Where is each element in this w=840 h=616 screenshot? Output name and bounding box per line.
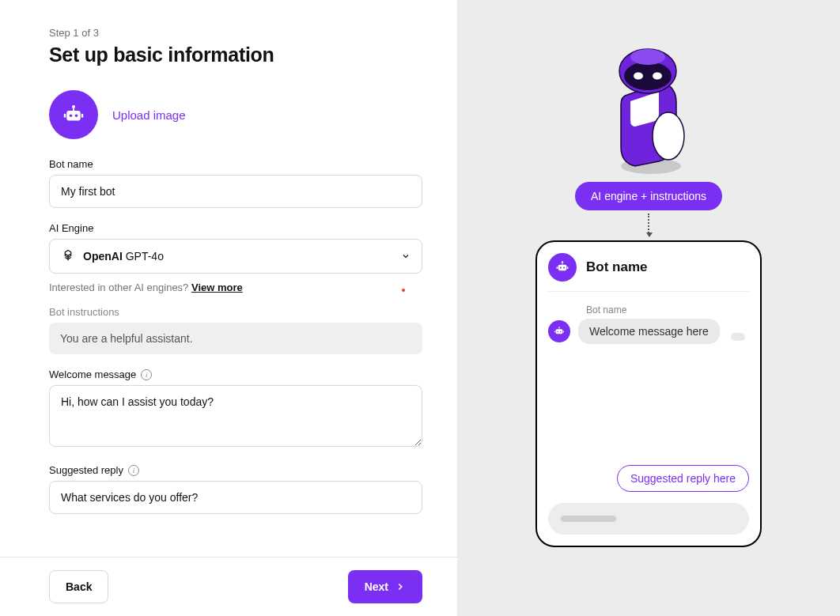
svg-rect-26 [554,331,555,332]
ai-engine-model: GPT-4o [126,250,164,263]
info-icon[interactable]: i [128,465,139,476]
welcome-label: Welcome message [49,368,136,380]
next-button[interactable]: Next [348,570,422,603]
svg-point-22 [558,331,558,332]
engine-hint: Interested in other AI engines? View mor… [49,282,422,293]
bubble-tail [731,333,745,341]
svg-point-13 [630,49,665,65]
preview-input-bar [548,503,749,535]
svg-point-10 [624,62,672,90]
preview-card: Bot name Bot name Welcome message here S… [535,240,762,547]
page-title: Set up basic information [49,43,422,66]
robot-illustration [597,40,700,174]
instructions-label: Bot instructions [49,306,422,318]
svg-rect-17 [557,266,558,269]
notification-dot [402,289,405,292]
chevron-down-icon [401,251,411,261]
input-placeholder-bar [561,516,616,522]
svg-rect-3 [64,114,66,118]
view-more-link[interactable]: View more [191,282,243,293]
preview-mini-avatar [548,320,570,342]
preview-sender-label: Bot name [586,304,749,316]
robot-icon [62,103,85,127]
svg-point-5 [70,115,73,118]
suggested-input[interactable] [49,481,422,514]
suggested-label-row: Suggested reply i [49,464,422,476]
svg-point-14 [562,261,563,263]
svg-rect-25 [559,327,560,329]
svg-point-23 [560,331,561,332]
svg-rect-15 [562,263,563,264]
ai-engine-label: AI Engine [49,222,422,234]
svg-point-12 [653,73,662,80]
bot-avatar[interactable] [49,90,98,139]
openai-icon [61,249,75,263]
arrow-down-icon [648,214,649,236]
svg-point-20 [563,267,565,269]
instructions-readonly: You are a helpful assistant. [49,323,422,354]
preview-suggested-pill: Suggested reply here [617,465,749,492]
upload-image-link[interactable]: Upload image [112,108,186,122]
welcome-label-row: Welcome message i [49,368,422,380]
ai-engine-brand: OpenAI [83,250,123,263]
svg-rect-2 [66,111,81,121]
back-button[interactable]: Back [49,570,108,603]
svg-rect-18 [567,266,569,269]
svg-rect-4 [81,114,84,118]
preview-welcome-bubble: Welcome message here [578,319,720,344]
next-button-label: Next [365,580,388,593]
preview-title: Bot name [586,259,647,275]
bot-name-input[interactable] [49,175,422,208]
robot-icon [553,325,566,338]
ai-engine-pill: AI engine + instructions [575,182,722,210]
svg-point-6 [75,115,78,118]
svg-point-19 [560,267,562,269]
welcome-textarea[interactable]: Hi, how can I assist you today? [49,385,422,447]
svg-rect-21 [556,329,563,334]
svg-point-8 [653,112,684,160]
ai-engine-select[interactable]: OpenAI GPT-4o [49,239,422,274]
svg-point-11 [634,73,643,80]
preview-avatar [548,253,577,282]
svg-rect-27 [563,331,564,332]
step-indicator: Step 1 of 3 [49,27,422,39]
svg-rect-16 [558,265,567,271]
chevron-right-icon [395,581,406,592]
svg-rect-1 [73,108,74,111]
bot-name-label: Bot name [49,158,422,170]
info-icon[interactable]: i [141,369,152,380]
suggested-label: Suggested reply [49,464,123,476]
robot-icon [554,259,570,275]
